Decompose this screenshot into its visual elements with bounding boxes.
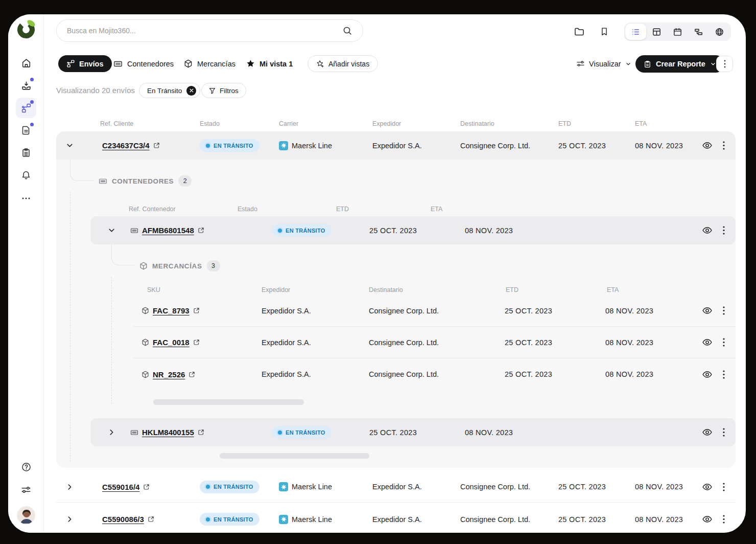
shipments-icon[interactable]	[16, 98, 36, 118]
external-link-icon[interactable]	[148, 516, 154, 523]
etd: 25 OCT. 2023	[505, 370, 552, 378]
table-row[interactable]: C5590086/3 EN TRÁNSITO Maersk Line Exped…	[56, 506, 736, 533]
external-link-icon[interactable]	[193, 339, 200, 346]
status-badge: EN TRÁNSITO	[272, 426, 332, 439]
carrier-name: Maersk Line	[292, 483, 332, 491]
status-dot	[206, 485, 210, 489]
view-details-button[interactable]	[699, 131, 715, 160]
tab-mercancias[interactable]: Mercancías	[184, 55, 235, 72]
more-icon[interactable]	[16, 188, 36, 209]
external-link-icon[interactable]	[188, 371, 195, 378]
add-views-button[interactable]: Añadir vistas	[308, 55, 378, 72]
collapse-chevron-icon[interactable]	[104, 216, 119, 244]
avatar[interactable]	[17, 506, 35, 525]
search-box[interactable]	[56, 19, 363, 42]
sliders-icon	[576, 59, 585, 68]
row-menu-button[interactable]	[716, 216, 731, 244]
view-details-button[interactable]	[699, 327, 715, 358]
help-icon[interactable]	[16, 457, 36, 477]
status-badge: EN TRÁNSITO	[200, 139, 259, 152]
view-details-button[interactable]	[699, 295, 715, 326]
container-ref-link[interactable]: HKLM8400155	[142, 428, 194, 437]
destinatario: Consignee Corp. Ltd.	[460, 142, 530, 150]
external-link-icon[interactable]	[143, 484, 150, 490]
home-icon[interactable]	[16, 53, 36, 73]
search-input[interactable]	[67, 27, 337, 35]
destinatario: Consignee Corp. Ltd.	[369, 370, 439, 378]
shipment-ref-link[interactable]: C559016/4	[102, 483, 139, 491]
view-details-button[interactable]	[699, 506, 715, 533]
row-menu-button[interactable]	[716, 418, 731, 446]
timeline-view-icon[interactable]	[688, 24, 709, 40]
expanded-shipment-panel: C234637C3/4 EN TRÁNSITO Maersk Line Expe…	[56, 131, 736, 468]
col-header: Expedidor	[262, 286, 290, 293]
table-row[interactable]: NR_2526 Expedidor S.A. Consignee Corp. L…	[133, 358, 736, 390]
view-details-button[interactable]	[699, 471, 715, 502]
more-actions-button[interactable]	[716, 56, 733, 72]
expand-chevron-icon[interactable]	[62, 471, 77, 502]
shipments-table-header: Ref. Cliente Estado Carrier Expedidor De…	[56, 120, 736, 128]
shipment-ref-link[interactable]: C234637C3/4	[102, 141, 150, 150]
collapse-chevron-icon[interactable]	[62, 131, 77, 160]
bell-icon[interactable]	[16, 165, 36, 186]
tree-connector	[111, 244, 134, 265]
goods-icon	[141, 338, 149, 346]
status-badge: EN TRÁNSITO	[272, 224, 332, 237]
chevron-down-icon	[710, 61, 716, 67]
preferences-icon[interactable]	[16, 480, 36, 500]
shipment-ref-link[interactable]: C5590086/3	[102, 515, 144, 524]
globe-view-icon[interactable]	[709, 24, 730, 40]
clipboard-icon[interactable]	[16, 143, 36, 163]
horizontal-scrollbar[interactable]	[153, 399, 304, 405]
external-link-icon[interactable]	[193, 307, 200, 314]
external-link-icon[interactable]	[153, 142, 160, 149]
external-link-icon[interactable]	[198, 429, 204, 436]
row-menu-button[interactable]	[716, 471, 731, 502]
table-row[interactable]: FAC_8793 Expedidor S.A. Consignee Corp. …	[133, 295, 736, 327]
table-row[interactable]: C559016/4 EN TRÁNSITO Maersk Line Expedi…	[56, 471, 736, 503]
row-menu-button[interactable]	[716, 327, 731, 358]
report-icon	[644, 60, 651, 68]
external-link-icon[interactable]	[198, 227, 204, 234]
chip-label: En Tránsito	[147, 87, 182, 95]
crear-reporte-button[interactable]: Crear Reporte	[635, 55, 724, 73]
filters-button[interactable]: Filtros	[201, 83, 246, 98]
active-filter-chip[interactable]: En Tránsito	[139, 83, 200, 98]
view-details-button[interactable]	[699, 216, 715, 244]
list-view-icon[interactable]	[625, 24, 646, 40]
row-menu-button[interactable]	[716, 358, 731, 390]
bookmark-icon[interactable]	[594, 21, 615, 42]
close-icon[interactable]	[186, 86, 196, 96]
table-row[interactable]: C234637C3/4 EN TRÁNSITO Maersk Line Expe…	[56, 131, 736, 160]
sku-link[interactable]: FAC_8793	[153, 306, 190, 315]
sku-link[interactable]: NR_2526	[153, 370, 185, 379]
table-row[interactable]: FAC_0018 Expedidor S.A. Consignee Corp. …	[133, 327, 736, 358]
visualizar-dropdown[interactable]: Visualizar	[576, 55, 631, 72]
table-row[interactable]: AFMB6801548 EN TRÁNSITO 25 OCT. 2023 08 …	[90, 216, 736, 244]
view-details-button[interactable]	[699, 418, 715, 446]
tab-contenedores[interactable]: Contenedores	[113, 55, 174, 72]
row-menu-button[interactable]	[716, 131, 731, 160]
notification-dot	[30, 78, 34, 81]
tab-mi-vista-1[interactable]: Mi vista 1	[246, 55, 293, 72]
table-view-icon[interactable]	[646, 24, 667, 40]
etd: 25 OCT. 2023	[505, 338, 552, 347]
document-icon[interactable]	[16, 120, 36, 141]
inbox-icon[interactable]	[16, 75, 36, 96]
search-icon[interactable]	[342, 26, 352, 36]
expand-chevron-icon[interactable]	[62, 506, 77, 533]
view-details-button[interactable]	[699, 358, 715, 390]
sku-link[interactable]: FAC_0018	[153, 338, 190, 347]
horizontal-scrollbar[interactable]	[220, 453, 369, 459]
row-menu-button[interactable]	[716, 506, 731, 533]
expand-chevron-icon[interactable]	[104, 418, 119, 446]
table-row[interactable]: HKLM8400155 EN TRÁNSITO 25 OCT. 2023 08 …	[90, 418, 736, 446]
container-ref-link[interactable]: AFMB6801548	[142, 226, 194, 235]
row-menu-button[interactable]	[716, 295, 731, 326]
calendar-view-icon[interactable]	[667, 24, 688, 40]
maersk-logo-icon	[279, 141, 288, 150]
folder-icon[interactable]	[569, 21, 589, 42]
maersk-logo-icon	[279, 482, 288, 491]
etd: 25 OCT. 2023	[558, 483, 606, 491]
tab-envios[interactable]: Envíos	[58, 55, 112, 72]
